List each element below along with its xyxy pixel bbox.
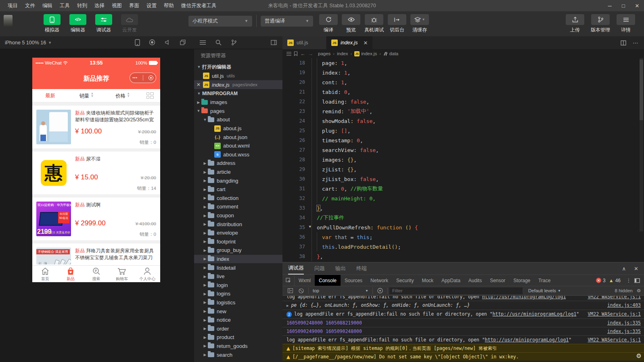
bookmark-icon[interactable] [294, 51, 298, 56]
chevron-right-icon[interactable]: ▶ [202, 222, 208, 226]
user-avatar[interactable] [4, 15, 13, 27]
tree-item-images[interactable]: ▶images [194, 98, 282, 107]
tree-item-collection[interactable]: ▶collection [194, 194, 282, 203]
search-icon[interactable] [215, 40, 222, 46]
project-root-header[interactable]: ▼ MINIPROGRAM [194, 89, 282, 98]
split-editor-icon[interactable] [621, 40, 626, 46]
editor-tab-index.js[interactable]: JSindex.js✕ [326, 36, 372, 49]
devtools-tab-Sources[interactable]: Sources [341, 275, 366, 286]
more-actions-icon[interactable]: ⋯ [633, 40, 638, 46]
menu-item-转到[interactable]: 转到 [73, 2, 91, 9]
minimize-button[interactable]: ─ [603, 3, 617, 9]
multi-window-icon[interactable] [180, 39, 186, 46]
devtools-tab-AppData[interactable]: AppData [437, 275, 464, 286]
tree-item-logistics[interactable]: ▶logistics [194, 298, 282, 307]
chevron-right-icon[interactable]: ▶ [196, 100, 201, 104]
menu-item-设置[interactable]: 设置 [143, 2, 160, 9]
action-详情[interactable]: 详情 [617, 14, 635, 33]
hidden-count[interactable]: 8 hidden [615, 288, 633, 293]
tabbar-首页[interactable]: 首页 [32, 266, 58, 282]
product-card[interactable]: 双11提前购 · 华为平板M6今日前50名送2199保价双11 买贵返差价新品 … [32, 198, 160, 240]
live-expression-icon[interactable] [377, 288, 383, 293]
console-log-row[interactable]: 1605090248000 1605088219000index.js:335 [282, 318, 644, 327]
sort-tab-最新[interactable]: 最新 [32, 92, 69, 99]
product-card[interactable]: 不锈钢组合·满足家用新品 拜格刀具套装厨房家用全套厨具不锈钢宝宝婴儿辅食工具水果… [32, 243, 160, 264]
action-真机调试[interactable]: 真机调试 [364, 14, 384, 33]
maximize-button[interactable]: □ [617, 3, 630, 9]
chevron-right-icon[interactable]: ▶ [202, 266, 208, 270]
devtools-tab-Trace[interactable]: Trace [534, 275, 554, 286]
outline-icon[interactable] [286, 52, 291, 56]
menu-item-界面[interactable]: 界面 [125, 2, 143, 9]
devtools-tab-Audits[interactable]: Audits [464, 275, 486, 286]
menu-item-工具[interactable]: 工具 [56, 2, 73, 9]
open-editors-header[interactable]: ▼ 打开的编辑器 [194, 62, 282, 71]
tree-item-listdetail[interactable]: ▶listdetail [194, 263, 282, 272]
devtools-tab-Console[interactable]: Console [315, 275, 341, 286]
chevron-right-icon[interactable]: ▶ [202, 161, 208, 165]
outline-list-icon[interactable] [200, 40, 206, 45]
chevron-right-icon[interactable]: ▶ [202, 239, 208, 243]
collapse-panel-icon[interactable]: ∧ [622, 266, 626, 272]
log-link[interactable]: http://usr/miniprogramLog/log1 [485, 337, 569, 343]
tabbar-购物车[interactable]: 购物车 [109, 266, 134, 282]
rotate-device-icon[interactable] [135, 39, 140, 46]
log-link[interactable]: http://usr/miniprogramLog/log1 [482, 296, 566, 300]
chevron-right-icon[interactable]: ▶ [202, 344, 208, 348]
tree-item-product[interactable]: ▶product [194, 333, 282, 342]
tabbar-个人中心[interactable]: 个人中心 [135, 266, 160, 282]
console-log-row[interactable]: log appendfile err fs_appendfile:fail no… [282, 296, 644, 301]
layout-switch-icon[interactable] [146, 92, 155, 99]
device-selector[interactable]: iPhone 5 100% 16 [5, 40, 46, 46]
chevron-right-icon[interactable]: ▶ [202, 327, 208, 331]
chevron-right-icon[interactable]: ▶ [202, 283, 208, 287]
log-source-link[interactable]: VM22 WAService.js:1 [588, 296, 641, 300]
action-上传[interactable]: 上传 [566, 14, 584, 33]
tree-item-comment[interactable]: ▶comment [194, 202, 282, 211]
close-panel-icon[interactable]: ✕ [634, 266, 638, 272]
chevron-right-icon[interactable]: ▶ [202, 248, 208, 252]
console-log-row[interactable]: log appendFile err fs_appendFile:fail no… [282, 335, 644, 344]
tree-item-distribution[interactable]: ▶distribution [194, 220, 282, 229]
toggle-调试器[interactable]: 调试器 [93, 14, 114, 33]
mode-select[interactable]: 小程序模式▼ [188, 16, 252, 27]
tree-item-about.wxss[interactable]: Sabout.wxss [194, 150, 282, 159]
tree-item-footprint[interactable]: ▶footprint [194, 237, 282, 246]
tree-item-about.json[interactable]: {..}about.json [194, 133, 282, 141]
tree-item-address[interactable]: ▶address [194, 159, 282, 168]
console-filter-input[interactable] [389, 287, 523, 294]
context-select[interactable]: top▼ [310, 288, 371, 293]
editor-scrollbar[interactable] [640, 58, 643, 231]
chevron-right-icon[interactable]: ▶ [202, 292, 208, 296]
chevron-down-icon[interactable]: ▼ [202, 118, 208, 122]
tree-item-pages[interactable]: ▼pages [194, 107, 282, 116]
console-log-row[interactable]: ▲[sitemap 索引情况提示] 根据 sitemap 的规则[0]，当前页面… [282, 344, 644, 352]
console-log-row[interactable]: 2log appendFile err fs_appendFile:fail n… [282, 310, 644, 318]
devtools-tab-Storage[interactable]: Storage [509, 275, 534, 286]
action-预览[interactable]: 预览 [342, 14, 360, 33]
action-编译[interactable]: 编译 [319, 14, 338, 33]
toggle-云开发[interactable]: 云开发 [119, 14, 140, 33]
breadcrumb-item-pages[interactable]: pages [318, 51, 330, 56]
devtools-tab-Security[interactable]: Security [392, 275, 418, 286]
open-editor-util.js[interactable]: JSutil.jsutils [194, 71, 282, 80]
mute-icon[interactable] [164, 39, 171, 46]
menu-item-微信开发者工具[interactable]: 微信开发者工具 [178, 2, 220, 9]
panel-tab-调试器[interactable]: 调试器 [288, 262, 304, 275]
close-icon[interactable]: ✕ [363, 40, 368, 46]
close-icon[interactable]: ✕ [197, 82, 201, 87]
clear-console-icon[interactable] [299, 288, 304, 293]
console-log-row[interactable]: 1605090249000 1605090248000index.js:335 [282, 327, 644, 335]
chevron-right-icon[interactable]: ▶ [202, 318, 208, 322]
action-版本管理[interactable]: 版本管理 [591, 14, 610, 33]
breadcrumb-item-index.js[interactable]: JSindex.js [354, 51, 377, 56]
log-source-link[interactable]: VM22 WAService.js:1 [588, 311, 641, 317]
tree-item-article[interactable]: ▶article [194, 168, 282, 177]
chevron-down-icon[interactable]: ▼ [196, 109, 201, 113]
log-source-link[interactable]: index.js:335 [607, 329, 641, 334]
tree-item-logins[interactable]: ▶logins [194, 289, 282, 298]
chevron-right-icon[interactable]: ▶ [202, 205, 208, 209]
toggle-编辑器[interactable]: </>编辑器 [67, 14, 88, 33]
devtools-tab-Network[interactable]: Network [366, 275, 392, 286]
code-area[interactable]: 18page: 1,19index: 1,20cont: 1,21tabid: … [282, 58, 644, 262]
